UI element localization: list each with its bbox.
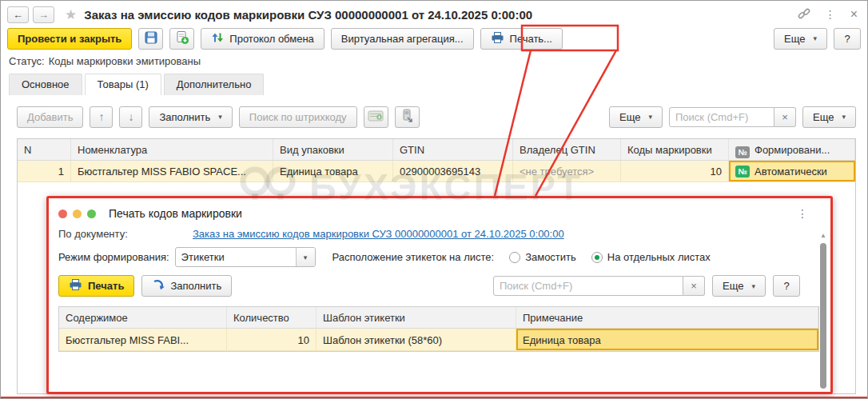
dialog-table-header: Содержимое Количество Шаблон этикетки Пр… xyxy=(59,307,818,329)
tab-goods[interactable]: Товары (1) xyxy=(85,74,161,95)
move-up-button[interactable]: ↑ xyxy=(90,106,113,128)
back-icon[interactable]: ← xyxy=(7,6,29,23)
dialog-title: Печать кодов маркировки xyxy=(109,207,242,220)
dialog-table-row[interactable]: Бюстгальтер MISS FABI... 10 Шаблон этике… xyxy=(59,329,818,351)
col-gtin-owner[interactable]: Владелец GTIN xyxy=(513,139,621,160)
dialog-search-input[interactable] xyxy=(493,276,683,296)
radio-separate-sheets[interactable]: На отдельных листах xyxy=(591,251,711,263)
dialog-print-label: Печать xyxy=(88,280,124,292)
dialog-fill-button[interactable]: Заполнить xyxy=(141,275,232,297)
chevron-down-icon[interactable]: ▾ xyxy=(296,248,315,266)
col-nomenclature[interactable]: Номенклатура xyxy=(71,139,273,160)
post-document-button[interactable] xyxy=(169,28,194,50)
document-link[interactable]: Заказ на эмиссию кодов маркировки СУЗ 00… xyxy=(193,228,564,240)
app-window: ← → ★ Заказ на эмиссию кодов маркировки … xyxy=(0,0,868,399)
forward-icon[interactable]: → xyxy=(33,6,54,23)
tab-main[interactable]: Основное xyxy=(9,74,82,95)
printer-icon xyxy=(491,31,504,46)
status-line: Статус:Коды маркировки эмитированы xyxy=(9,55,201,67)
fill-label: Заполнить xyxy=(159,111,210,123)
cell-packaging[interactable]: Единица товара xyxy=(273,161,393,182)
post-and-close-button[interactable]: Провести и закрыть xyxy=(7,28,132,50)
cell-content[interactable]: Бюстгальтер MISS FABI... xyxy=(59,329,227,350)
barcode-search-button[interactable]: Поиск по штрихкоду xyxy=(239,106,357,128)
help-button[interactable]: ? xyxy=(834,28,861,50)
dialog-scrollbar[interactable]: ▲ xyxy=(818,232,828,389)
items-more-2-label: Еще xyxy=(813,111,834,123)
items-more-button[interactable]: Еще ▾ xyxy=(609,106,663,128)
cell-formation-label: Автоматически xyxy=(755,166,827,178)
by-document-label: По документу: xyxy=(58,228,193,240)
col-template[interactable]: Шаблон этикетки xyxy=(317,307,516,328)
col-gtin[interactable]: GTIN xyxy=(393,139,513,160)
form-more-label: Еще xyxy=(784,33,805,45)
items-search-input[interactable] xyxy=(669,107,774,127)
minimize-traffic-light-icon[interactable] xyxy=(73,209,82,218)
dialog-more-button[interactable]: Еще ▾ xyxy=(712,275,766,297)
cell-gtin-owner[interactable]: <не требуется> xyxy=(513,161,621,182)
clear-search-icon[interactable]: × xyxy=(683,276,705,296)
codes-card-button[interactable] xyxy=(364,106,388,128)
fill-button[interactable]: Заполнить ▾ xyxy=(149,106,232,128)
radio-icon[interactable] xyxy=(509,252,520,263)
col-note[interactable]: Примечание xyxy=(516,307,818,328)
col-formation-label: Формировани... xyxy=(755,144,830,156)
radio-tile[interactable]: Замостить xyxy=(509,251,576,263)
dialog-more-label: Еще xyxy=(723,280,743,292)
cell-template[interactable]: Шаблон этикетки (58*60) xyxy=(317,329,516,350)
chevron-down-icon: ▾ xyxy=(648,113,652,121)
clear-search-icon[interactable]: × xyxy=(774,107,796,127)
window-menu-icon[interactable]: ⋮ xyxy=(825,8,836,21)
cell-n[interactable]: 1 xyxy=(18,161,71,182)
exchange-protocol-label: Протокол обмена xyxy=(229,33,314,45)
fill-arrow-icon xyxy=(152,279,165,293)
scrollbar-thumb[interactable] xyxy=(820,243,826,389)
save-button[interactable] xyxy=(138,28,163,50)
form-more-button[interactable]: Еще ▾ xyxy=(774,28,827,50)
items-more-button-2[interactable]: Еще ▾ xyxy=(802,106,856,128)
close-icon[interactable]: × xyxy=(850,7,858,22)
chevron-down-icon: ▾ xyxy=(218,113,222,121)
items-toolbar: Добавить ↑ ↓ Заполнить ▾ Поиск по штрихк… xyxy=(17,105,856,129)
col-content[interactable]: Содержимое xyxy=(59,307,227,328)
cell-nomenclature[interactable]: Бюстгальтер MISS FABIO SPACE... xyxy=(71,161,273,182)
status-value: Коды маркировки эмитированы xyxy=(49,55,201,67)
move-down-button[interactable]: ↓ xyxy=(119,106,142,128)
title-bar: ← → ★ Заказ на эмиссию кодов маркировки … xyxy=(1,1,867,25)
radio-checked-icon[interactable] xyxy=(591,252,603,263)
table-row[interactable]: 1 Бюстгальтер MISS FABIO SPACE... Единиц… xyxy=(18,161,855,182)
link-icon[interactable] xyxy=(798,7,810,22)
cell-gtin[interactable]: 02900003695143 xyxy=(393,161,513,182)
virtual-aggregation-button[interactable]: Виртуальная агрегация... xyxy=(331,28,474,50)
cell-marking-codes[interactable]: 10 xyxy=(621,161,729,182)
cell-formation-selected[interactable]: № Автоматически xyxy=(729,161,855,182)
mode-select[interactable]: Этикетки ▾ xyxy=(175,247,316,267)
cell-note-selected[interactable]: Единица товара xyxy=(516,329,818,350)
col-formation[interactable]: № Формировани... xyxy=(729,139,855,160)
mode-label: Режим формирования: xyxy=(58,251,169,263)
col-marking-codes[interactable]: Коды маркировки xyxy=(621,139,729,160)
dialog-print-button[interactable]: Печать xyxy=(58,275,134,297)
add-button[interactable]: Добавить xyxy=(17,106,83,128)
page-title: Заказ на эмиссию кодов маркировки СУЗ 00… xyxy=(84,8,532,22)
favorite-star-icon[interactable]: ★ xyxy=(65,6,77,23)
scroll-up-icon[interactable]: ▲ xyxy=(818,232,828,239)
col-quantity[interactable]: Количество xyxy=(227,307,317,328)
exchange-protocol-button[interactable]: Протокол обмена xyxy=(201,28,325,50)
dialog-help-button[interactable]: ? xyxy=(773,275,800,297)
col-packaging[interactable]: Вид упаковки xyxy=(273,139,393,160)
number-badge-icon: № xyxy=(735,146,750,158)
print-button[interactable]: Печать... xyxy=(480,28,563,50)
close-traffic-light-icon[interactable] xyxy=(58,209,67,218)
dialog-title-bar: Печать кодов маркировки ⋮ xyxy=(58,205,821,222)
dialog-menu-icon[interactable]: ⋮ xyxy=(797,207,808,220)
chevron-down-icon: ▾ xyxy=(842,113,846,121)
post-document-icon xyxy=(175,30,189,47)
scanner-button[interactable] xyxy=(395,106,420,128)
tab-additional[interactable]: Дополнительно xyxy=(164,74,265,95)
col-n[interactable]: N xyxy=(18,139,71,160)
save-icon xyxy=(144,30,158,47)
cell-quantity[interactable]: 10 xyxy=(227,329,317,350)
zoom-traffic-light-icon[interactable] xyxy=(87,209,96,218)
print-label: Печать... xyxy=(510,33,552,45)
